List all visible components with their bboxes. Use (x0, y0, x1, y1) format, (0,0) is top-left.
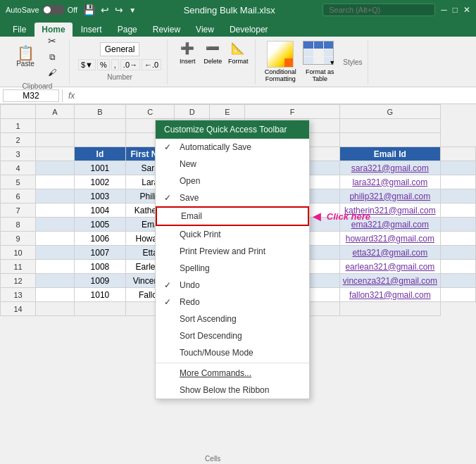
tab-page[interactable]: Page (111, 23, 144, 37)
conditional-formatting-label: Conditional Formatting (264, 68, 296, 82)
corner-header (1, 105, 36, 119)
menu-item-save[interactable]: ✓ Save (156, 189, 309, 206)
number-label: Number (107, 73, 132, 81)
check-redo: ✓ (164, 297, 175, 307)
menu-item-more-commands[interactable]: More Commands... (156, 365, 309, 382)
menu-item-undo[interactable]: ✓ Undo (156, 277, 309, 294)
menu-item-touch-mouse[interactable]: Touch/Mouse Mode (156, 344, 309, 361)
quick-access-menu[interactable]: Customize Quick Access Toolbar ✓ Automat… (155, 120, 310, 399)
check-undo: ✓ (164, 280, 175, 290)
insert-cells-btn[interactable]: ➕ (176, 39, 199, 57)
format-as-table-label: Format as Table (301, 68, 339, 82)
autosave-section: AutoSave Off (6, 5, 77, 15)
save-icon[interactable]: 💾 (83, 4, 95, 15)
redo-icon[interactable]: ↪ (115, 4, 123, 15)
menu-item-spelling[interactable]: Spelling (156, 260, 309, 277)
header-email[interactable]: Email Id (339, 147, 440, 161)
paste-label: Paste (16, 60, 35, 68)
name-box[interactable] (3, 89, 59, 102)
col-header-e[interactable]: E (210, 105, 245, 119)
formula-bar: fx (0, 87, 476, 104)
search-input[interactable] (322, 4, 435, 16)
delete-button[interactable]: ➖ (201, 39, 224, 57)
menu-separator (156, 363, 309, 363)
quick-access-dropdown[interactable]: ▼ (129, 6, 136, 14)
minimize-icon[interactable]: ─ (441, 5, 447, 15)
menu-item-print-preview[interactable]: Print Preview and Print (156, 243, 309, 260)
percent-btn[interactable]: % (97, 59, 110, 70)
menu-item-email[interactable]: Email (156, 206, 309, 226)
title-bar-left: AutoSave Off 💾 ↩ ↪ ▼ (6, 4, 136, 15)
tab-view[interactable]: View (189, 23, 221, 37)
decimal-inc-btn[interactable]: .0→ (120, 59, 140, 70)
styles-group: Conditional Formatting ▼ Format as Table… (258, 39, 368, 84)
menu-item-quick-print[interactable]: Quick Print (156, 226, 309, 243)
dropdown-header: Customize Quick Access Toolbar (156, 120, 309, 139)
menu-item-redo[interactable]: ✓ Redo (156, 294, 309, 311)
close-icon[interactable]: ✕ (463, 5, 470, 15)
row-num-3: 3 (1, 147, 36, 161)
menu-item-new[interactable]: New (156, 156, 309, 173)
number-format-buttons: $▼ % , .0→ ←.0 (78, 59, 161, 70)
col-header-f[interactable]: F (245, 105, 339, 119)
autosave-label: AutoSave (6, 6, 39, 14)
currency-btn[interactable]: $▼ (78, 59, 96, 70)
formula-sep (62, 89, 63, 102)
paste-icon: 📋 (17, 46, 35, 60)
check-autosave: ✓ (164, 142, 175, 152)
fx-label: fx (65, 91, 77, 101)
comma-btn[interactable]: , (111, 59, 119, 70)
cut-button[interactable]: ✂ (41, 33, 63, 49)
tab-insert[interactable]: Insert (74, 23, 109, 37)
title-bar-right: ─ □ ✕ (322, 4, 470, 16)
row-num-1: 1 (1, 119, 36, 133)
menu-item-autosave[interactable]: ✓ Automatically Save (156, 139, 309, 156)
number-group: General $▼ % , .0→ ←.0 Number (73, 39, 168, 84)
col-header-a[interactable]: A (36, 105, 75, 119)
row-num-2: 2 (1, 133, 36, 147)
header-id[interactable]: Id (74, 147, 125, 161)
menu-item-sort-ascending[interactable]: Sort Ascending (156, 311, 309, 327)
tab-review[interactable]: Review (146, 23, 187, 37)
check-save: ✓ (164, 193, 175, 203)
title-bar: AutoSave Off 💾 ↩ ↪ ▼ Sending Bulk Mail.x… (0, 0, 476, 20)
format-button[interactable]: 📐 (227, 39, 249, 57)
clipboard-buttons: 📋 Paste ✂ ⧉ 🖌 (11, 33, 63, 80)
formula-input[interactable] (80, 91, 473, 101)
cells-group: ➕ Insert ➖ Delete 📐 Format Cells (170, 39, 256, 84)
col-header-g[interactable]: G (339, 105, 440, 119)
conditional-formatting-button[interactable] (267, 41, 294, 68)
format-as-table-button[interactable]: ▼ (303, 41, 337, 68)
format-label: Format (228, 58, 249, 65)
delete-label: Delete (203, 58, 222, 65)
col-header-c[interactable]: C (126, 105, 175, 119)
filename: Sending Bulk Mail.xlsx (184, 5, 275, 15)
menu-item-sort-descending[interactable]: Sort Descending (156, 327, 309, 344)
undo-icon[interactable]: ↩ (101, 4, 109, 15)
format-painter-button[interactable]: 🖌 (41, 65, 63, 80)
tab-developer[interactable]: Developer (223, 23, 275, 37)
menu-item-open[interactable]: Open (156, 173, 309, 189)
menu-item-show-below[interactable]: Show Below the Ribbon (156, 382, 309, 399)
autosave-state: Off (68, 6, 77, 14)
ribbon-tabs: File Home Insert Page Review View Develo… (0, 20, 476, 37)
ribbon-bar: 📋 Paste ✂ ⧉ 🖌 Clipboard General $▼ % , .… (0, 37, 476, 87)
copy-button[interactable]: ⧉ (41, 50, 63, 64)
col-header-d[interactable]: D (175, 105, 210, 119)
maximize-icon[interactable]: □ (453, 5, 458, 15)
clipboard-group: 📋 Paste ✂ ⧉ 🖌 Clipboard (6, 39, 70, 84)
styles-label: Styles (343, 58, 362, 66)
number-format-display[interactable]: General (100, 42, 140, 56)
autosave-toggle[interactable] (42, 5, 65, 15)
decimal-dec-btn[interactable]: ←.0 (142, 59, 161, 70)
main-content: A B C D E F G 1 2 (0, 104, 476, 464)
autosave-knob (44, 6, 51, 13)
col-header-b[interactable]: B (74, 105, 125, 119)
paste-button[interactable]: 📋 Paste (11, 43, 39, 70)
